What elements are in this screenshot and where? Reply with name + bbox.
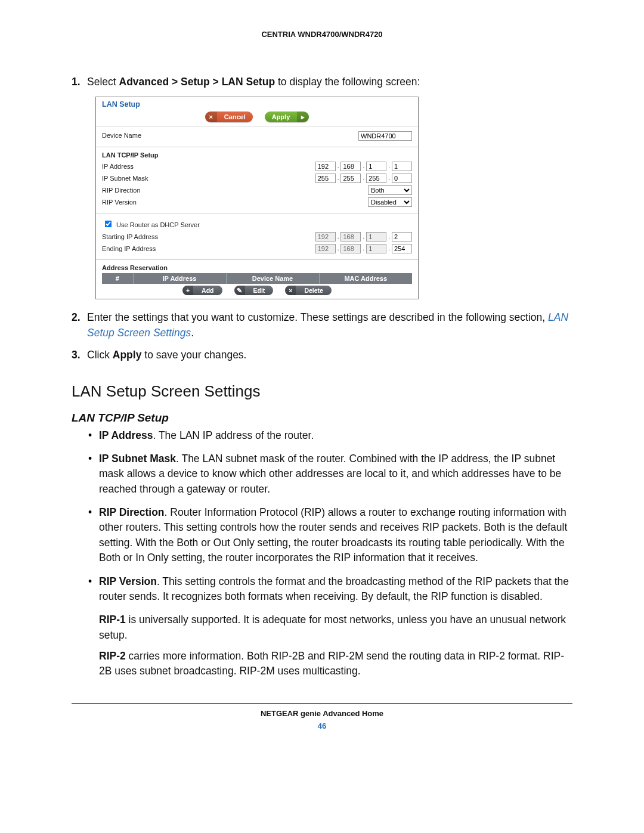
subsection-heading: LAN TCP/IP Setup: [72, 411, 572, 425]
bullet-rip-version-term: RIP Version: [99, 575, 157, 587]
bullet-rip-version: RIP Version. This setting controls the f…: [88, 574, 572, 605]
rip-direction-label: RIP Direction: [102, 186, 280, 194]
rip1-para: RIP-1 is universally supported. It is ad…: [99, 612, 572, 643]
step-2-pre: Enter the settings that you want to cust…: [87, 311, 548, 323]
plus-icon: +: [182, 286, 193, 295]
dhcp-section: Use Router as DHCP Server Starting IP Ad…: [96, 213, 418, 260]
bullet-rip-version-text: . This setting controls the format and t…: [99, 575, 569, 602]
rip1-bold: RIP-1: [99, 614, 126, 625]
start-ip-row: Starting IP Address . . .: [102, 231, 412, 243]
reservation-header-row: # IP Address Device Name MAC Address: [102, 273, 412, 284]
bullet-subnet-mask-term: IP Subnet Mask: [99, 453, 176, 465]
subnet-octet-2[interactable]: [340, 174, 361, 183]
step-1-post: to display the following screen:: [275, 76, 420, 88]
subnet-row: IP Subnet Mask . . .: [102, 172, 412, 184]
step-3-text: Click Apply to save your changes.: [87, 348, 572, 363]
col-num: #: [102, 273, 133, 284]
col-dev: Device Name: [226, 273, 319, 284]
dhcp-checkbox-label: Use Router as DHCP Server: [116, 221, 200, 228]
lan-tcpip-header: LAN TCP/IP Setup: [102, 151, 412, 160]
play-icon: ▸: [297, 112, 309, 122]
lan-setup-panel: LAN Setup × Cancel Apply ▸ Device Name L…: [95, 97, 419, 299]
bullet-list: IP Address. The LAN IP address of the ro…: [72, 428, 572, 605]
reservation-table: # IP Address Device Name MAC Address: [102, 273, 412, 284]
dhcp-checkbox[interactable]: [105, 221, 112, 228]
step-1-path: Advanced > Setup > LAN Setup: [119, 76, 275, 88]
start-octet-2: [340, 232, 361, 241]
ip-address-label: IP Address: [102, 162, 280, 171]
subnet-octet-3[interactable]: [366, 174, 386, 183]
rip-version-label: RIP Version: [102, 198, 280, 206]
lan-tcpip-section: LAN TCP/IP Setup IP Address . . . IP Sub…: [96, 147, 418, 213]
step-2-text: Enter the settings that you want to cust…: [87, 310, 572, 340]
address-reservation-header: Address Reservation: [102, 264, 412, 273]
step-3-post: to save your changes.: [141, 349, 246, 361]
end-octet-1: [315, 244, 336, 253]
step-1-text: Select Advanced > Setup > LAN Setup to d…: [87, 75, 572, 89]
start-ip-inputs: . . .: [315, 232, 412, 241]
end-ip-inputs: . . .: [315, 244, 412, 253]
col-mac: MAC Address: [319, 273, 412, 284]
section-heading: LAN Setup Screen Settings: [72, 382, 572, 401]
rip-version-row: RIP Version Disabled: [102, 196, 412, 208]
rip-version-select[interactable]: Disabled: [368, 197, 412, 207]
end-ip-label: Ending IP Address: [102, 244, 280, 253]
subnet-octet-1[interactable]: [315, 174, 336, 183]
pencil-icon: ✎: [234, 286, 245, 295]
step-3-number: 3.: [72, 348, 87, 363]
subnet-octet-4[interactable]: [392, 174, 412, 183]
device-name-label: Device Name: [102, 131, 280, 141]
ip-octet-2[interactable]: [340, 162, 361, 171]
device-name-input[interactable]: [358, 131, 412, 141]
end-octet-4[interactable]: [392, 244, 412, 253]
col-ip: IP Address: [133, 273, 226, 284]
start-octet-1: [315, 232, 336, 241]
footer-page-number: 46: [72, 721, 572, 730]
delete-button[interactable]: × Delete: [285, 286, 332, 295]
ip-octet-1[interactable]: [315, 162, 336, 171]
subnet-inputs: . . .: [315, 174, 412, 183]
rip2-text: carries more information. Both RIP-2B an…: [99, 650, 564, 677]
end-ip-row: Ending IP Address . . .: [102, 243, 412, 255]
footer-rule: [72, 703, 572, 704]
step-2-post: .: [191, 327, 194, 339]
end-octet-2: [340, 244, 361, 253]
rip-direction-select[interactable]: Both: [368, 185, 412, 195]
start-octet-4[interactable]: [392, 232, 412, 241]
start-ip-label: Starting IP Address: [102, 233, 280, 241]
ip-octet-3[interactable]: [366, 162, 386, 171]
device-name-row: Device Name: [102, 130, 412, 142]
ip-octet-4[interactable]: [392, 162, 412, 171]
add-button-label: Add: [193, 286, 222, 295]
edit-button[interactable]: ✎ Edit: [234, 286, 274, 295]
bullet-ip-address-text: . The LAN IP address of the router.: [153, 429, 314, 441]
step-3-bold: Apply: [113, 349, 142, 361]
doc-footer: NETGEAR genie Advanced Home 46: [72, 709, 572, 730]
panel-title: LAN Setup: [96, 97, 418, 110]
footer-title: NETGEAR genie Advanced Home: [72, 709, 572, 718]
edit-button-label: Edit: [245, 286, 274, 295]
step-1: 1. Select Advanced > Setup > LAN Setup t…: [72, 75, 572, 89]
ip-address-inputs: . . .: [315, 162, 412, 171]
end-octet-3: [366, 244, 386, 253]
cancel-button[interactable]: × Cancel: [205, 112, 253, 122]
rip-direction-row: RIP Direction Both: [102, 184, 412, 196]
start-octet-3: [366, 232, 386, 241]
bullet-ip-address: IP Address. The LAN IP address of the ro…: [88, 428, 572, 443]
x-icon: ×: [285, 286, 296, 295]
device-name-section: Device Name: [96, 126, 418, 147]
step-2: 2. Enter the settings that you want to c…: [72, 310, 572, 340]
apply-button[interactable]: Apply ▸: [265, 112, 309, 122]
step-3-pre: Click: [87, 349, 113, 361]
step-2-number: 2.: [72, 310, 87, 340]
step-3: 3. Click Apply to save your changes.: [72, 348, 572, 363]
doc-header: CENTRIA WNDR4700/WNDR4720: [72, 30, 572, 39]
step-1-number: 1.: [72, 75, 87, 89]
ip-address-row: IP Address . . .: [102, 160, 412, 172]
reservation-buttons: + Add ✎ Edit × Delete: [102, 284, 412, 299]
manual-page: CENTRIA WNDR4700/WNDR4720 1. Select Adva…: [0, 0, 644, 833]
cancel-button-label: Cancel: [217, 113, 253, 121]
dhcp-checkbox-row: Use Router as DHCP Server: [102, 217, 412, 231]
add-button[interactable]: + Add: [182, 286, 222, 295]
panel-button-bar: × Cancel Apply ▸: [96, 110, 418, 126]
